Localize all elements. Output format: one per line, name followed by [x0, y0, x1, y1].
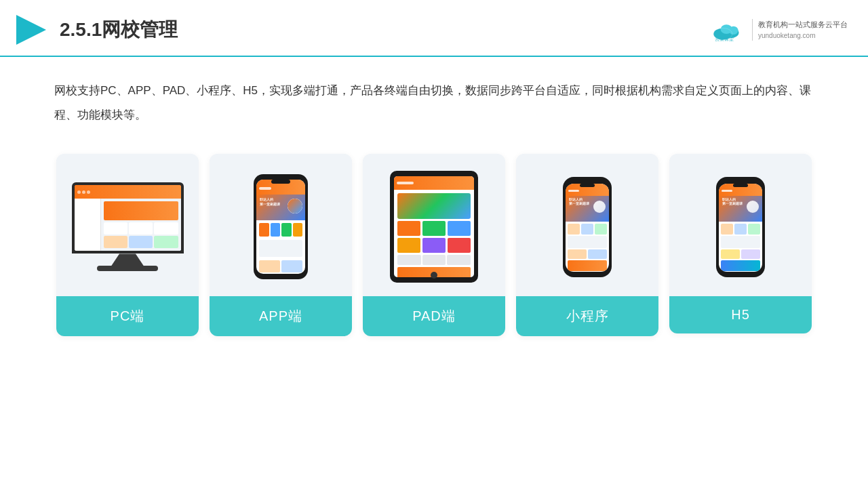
card-pad: PAD端 — [363, 154, 505, 336]
card-app-image: 职达人的第一堂刷题课 — [210, 154, 352, 296]
card-app: 职达人的第一堂刷题课 — [210, 154, 352, 336]
logo-tagline: 教育机构一站式服务云平台 — [758, 19, 848, 30]
card-pc-image — [56, 154, 199, 296]
app-phone-icon: 职达人的第一堂刷题课 — [254, 174, 308, 279]
play-icon — [14, 12, 49, 47]
card-pad-image — [363, 154, 505, 296]
logo-domain: yunduoketang.com — [758, 30, 848, 41]
card-h5-image: 职达人的第一堂刷题课 — [669, 154, 812, 296]
card-pad-label: PAD端 — [363, 296, 505, 336]
description-text: 网校支持PC、APP、PAD、小程序、H5，实现多端打通，产品各终端自由切换，数… — [0, 57, 868, 140]
card-miniapp-label: 小程序 — [516, 296, 658, 336]
page-header: 2.5.1网校管理 云朵课堂 教育机构一站式服务云平台 yunduoketang… — [0, 0, 868, 57]
card-pc-label: PC端 — [56, 296, 199, 336]
pc-monitor-icon — [72, 182, 184, 271]
svg-point-4 — [729, 26, 738, 35]
card-h5-label: H5 — [669, 296, 812, 333]
logo-area: 云朵课堂 教育机构一站式服务云平台 yunduoketang.com — [710, 17, 848, 43]
cloud-logo-icon: 云朵课堂 — [710, 17, 745, 43]
card-pc: PC端 — [56, 154, 199, 336]
pad-ipad-icon — [390, 171, 478, 283]
card-miniapp-image: 职达人的第一堂刷题课 — [516, 154, 658, 296]
h5-phone-icon: 职达人的第一堂刷题课 — [716, 177, 765, 277]
logo-text: 教育机构一站式服务云平台 yunduoketang.com — [752, 19, 848, 41]
header-left: 2.5.1网校管理 — [14, 12, 178, 47]
svg-marker-0 — [16, 15, 46, 45]
miniapp-phone-icon: 职达人的第一堂刷题课 — [563, 177, 612, 277]
page-title: 2.5.1网校管理 — [60, 17, 178, 43]
card-miniapp: 职达人的第一堂刷题课 — [516, 154, 658, 336]
card-app-label: APP端 — [210, 296, 352, 336]
cards-container: PC端 职达人的第一堂刷题课 — [0, 140, 868, 336]
card-h5: 职达人的第一堂刷题课 — [669, 154, 812, 333]
svg-text:云朵课堂: 云朵课堂 — [715, 37, 734, 41]
